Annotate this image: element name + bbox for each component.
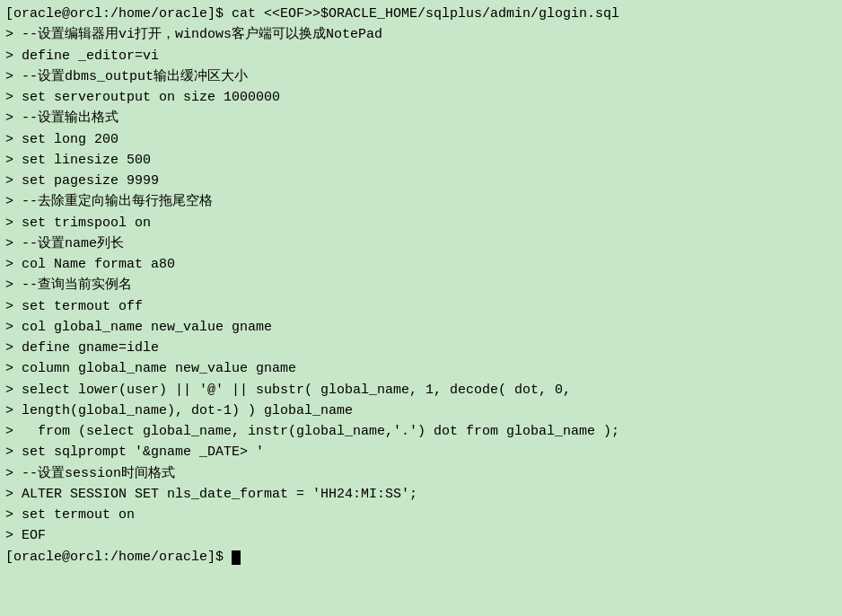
terminal-line: > set termout off [5, 296, 837, 317]
terminal-cursor [232, 550, 241, 565]
terminal-line: > --去除重定向输出每行拖尾空格 [5, 191, 837, 212]
terminal-line: > set trimspool on [5, 213, 837, 233]
terminal-line: [oracle@orcl:/home/oracle]$ [5, 547, 837, 568]
terminal-line: > col Name format a80 [5, 254, 837, 275]
terminal-line: > define gname=idle [5, 338, 837, 358]
terminal-line: > length(global_name), dot-1) ) global_n… [5, 400, 837, 421]
terminal-line: > col global_name new_value gname [5, 317, 837, 338]
terminal-line: > --设置编辑器用vi打开，windows客户端可以换成NotePad [5, 24, 837, 45]
terminal-line: > column global_name new_value gname [5, 358, 837, 379]
terminal-window: [oracle@orcl:/home/oracle]$ cat <<EOF>>$… [0, 0, 842, 616]
terminal-line: > set linesize 500 [5, 150, 837, 171]
terminal-line: > set long 200 [5, 129, 837, 150]
terminal-line: > --设置dbms_output输出缓冲区大小 [5, 66, 837, 87]
terminal-line: > set termout on [5, 505, 837, 525]
terminal-line: > EOF [5, 525, 837, 546]
terminal-line: > set pagesize 9999 [5, 171, 837, 191]
terminal-line: > --设置输出格式 [5, 108, 837, 128]
terminal-content: [oracle@orcl:/home/oracle]$ cat <<EOF>>$… [5, 4, 837, 568]
terminal-line: > --查询当前实例名 [5, 275, 837, 295]
terminal-line: > define _editor=vi [5, 46, 837, 66]
terminal-line: [oracle@orcl:/home/oracle]$ cat <<EOF>>$… [5, 4, 837, 24]
terminal-line: > select lower(user) || '@' || substr( g… [5, 380, 837, 400]
terminal-line: > --设置session时间格式 [5, 463, 837, 484]
terminal-line: > --设置name列长 [5, 233, 837, 254]
terminal-line: > from (select global_name, instr(global… [5, 421, 837, 442]
terminal-line: > set sqlprompt '&gname _DATE> ' [5, 442, 837, 462]
terminal-line: > ALTER SESSION SET nls_date_format = 'H… [5, 484, 837, 505]
terminal-line: > set serveroutput on size 1000000 [5, 87, 837, 108]
